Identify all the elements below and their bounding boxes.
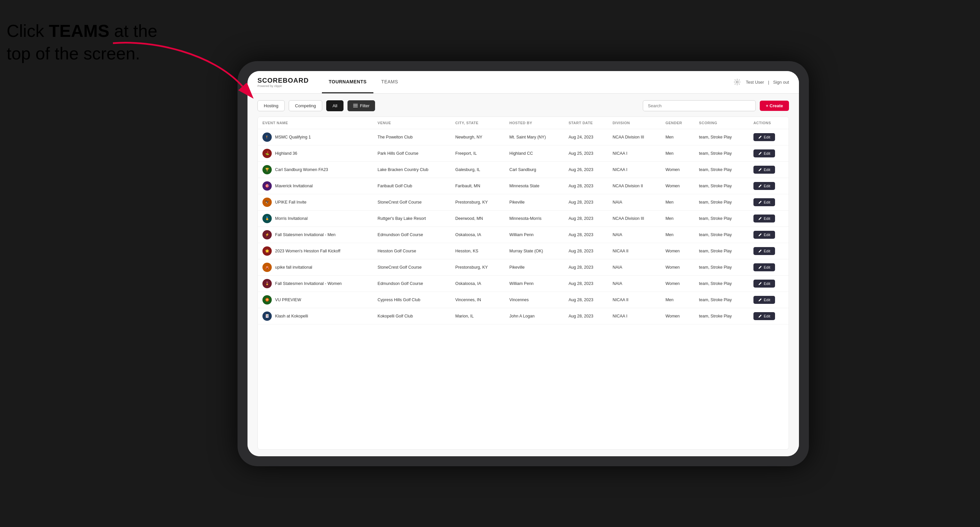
table-row: 🎯 Maverick Invitational Faribault Golf C… [258, 178, 789, 194]
col-event-name: EVENT NAME [258, 117, 373, 129]
team-logo: 🏌️ [262, 132, 272, 142]
competing-filter-btn[interactable]: Competing [289, 100, 322, 111]
edit-button[interactable]: Edit [753, 166, 775, 174]
venue-cell: StoneCrest Golf Course [373, 259, 451, 275]
team-logo: 🏅 [262, 214, 272, 223]
tab-teams[interactable]: TEAMS [375, 71, 405, 93]
filter-bar: Hosting Competing All Filter + Create [258, 100, 789, 111]
edit-button[interactable]: Edit [753, 198, 775, 206]
edit-button[interactable]: Edit [753, 247, 775, 255]
search-input[interactable] [643, 100, 756, 111]
edit-button[interactable]: Edit [753, 133, 775, 141]
col-city: CITY, STATE [450, 117, 504, 129]
start-date-cell: Aug 28, 2023 [564, 259, 608, 275]
scoring-cell: team, Stroke Play [694, 308, 749, 324]
start-date-cell: Aug 24, 2023 [564, 129, 608, 145]
hosted-by-cell: Murray State (OK) [504, 243, 564, 259]
city-cell: Galesburg, IL [450, 161, 504, 178]
col-gender: GENDER [661, 117, 694, 129]
event-name: MSMC Qualifying 1 [275, 135, 311, 140]
svg-rect-4 [353, 107, 358, 108]
table-row: 🦅 UPIKE Fall Invite StoneCrest Golf Cour… [258, 194, 789, 210]
gender-cell: Women [661, 243, 694, 259]
table-row: 🏆 Carl Sandburg Women FA23 Lake Bracken … [258, 161, 789, 178]
actions-cell: Edit [749, 227, 789, 243]
event-name: UPIKE Fall Invite [275, 200, 306, 205]
city-cell: Prestonsburg, KY [450, 194, 504, 210]
team-logo: 🌟 [262, 246, 272, 256]
city-cell: Hesston, KS [450, 243, 504, 259]
instruction-bold: TEAMS [49, 21, 109, 41]
venue-cell: Ruttger's Bay Lake Resort [373, 210, 451, 227]
city-cell: Prestonsburg, KY [450, 259, 504, 275]
gender-cell: Men [661, 129, 694, 145]
table-row: 🃏 Klash at Kokopelli Kokopelli Golf Club… [258, 308, 789, 324]
edit-button[interactable]: Edit [753, 279, 775, 287]
edit-button[interactable]: Edit [753, 182, 775, 190]
tablet-frame: SCOREBOARD Powered by clippit TOURNAMENT… [237, 61, 809, 466]
hosted-by-cell: Pikeville [504, 259, 564, 275]
gender-cell: Women [661, 178, 694, 194]
hosted-by-cell: Minnesota State [504, 178, 564, 194]
venue-cell: Kokopelli Golf Club [373, 308, 451, 324]
scoring-cell: team, Stroke Play [694, 210, 749, 227]
venue-cell: Cypress Hills Golf Club [373, 292, 451, 308]
event-name-cell: 🃏 Klash at Kokopelli [262, 311, 368, 321]
hosting-filter-btn[interactable]: Hosting [258, 100, 285, 111]
edit-button[interactable]: Edit [753, 149, 775, 157]
venue-cell: Edmundson Golf Course [373, 275, 451, 292]
venue-cell: StoneCrest Golf Course [373, 194, 451, 210]
event-name: Maverick Invitational [275, 184, 313, 188]
venue-cell: Hesston Golf Course [373, 243, 451, 259]
division-cell: NICAA II [608, 292, 661, 308]
create-btn[interactable]: + Create [760, 101, 789, 111]
settings-icon[interactable] [732, 77, 742, 87]
gender-cell: Men [661, 194, 694, 210]
event-name-cell: 🏌️ MSMC Qualifying 1 [262, 132, 368, 142]
start-date-cell: Aug 25, 2023 [564, 145, 608, 161]
table-row: 🏅 Morris Invitational Ruttger's Bay Lake… [258, 210, 789, 227]
edit-button[interactable]: Edit [753, 214, 775, 222]
actions-cell: Edit [749, 161, 789, 178]
hosted-by-cell: Vincennes [504, 292, 564, 308]
scoring-cell: team, Stroke Play [694, 292, 749, 308]
scoring-cell: team, Stroke Play [694, 129, 749, 145]
edit-button[interactable]: Edit [753, 264, 775, 271]
scoring-cell: team, Stroke Play [694, 161, 749, 178]
main-content: Hosting Competing All Filter + Create [248, 94, 799, 456]
gender-cell: Men [661, 210, 694, 227]
venue-cell: The Powelton Club [373, 129, 451, 145]
event-name: Highland 36 [275, 151, 298, 156]
sign-out-link[interactable]: Sign out [773, 80, 789, 85]
city-cell: Vincennes, IN [450, 292, 504, 308]
table-row: 🏵️ VU PREVIEW Cypress Hills Golf Club Vi… [258, 292, 789, 308]
col-venue: VENUE [373, 117, 451, 129]
all-filter-btn[interactable]: All [326, 100, 344, 111]
gender-cell: Men [661, 145, 694, 161]
edit-button[interactable]: Edit [753, 231, 775, 239]
scoring-cell: team, Stroke Play [694, 178, 749, 194]
venue-cell: Park Hills Golf Course [373, 145, 451, 161]
tab-tournaments[interactable]: TOURNAMENTS [322, 71, 373, 93]
filter-icon-btn[interactable]: Filter [347, 100, 375, 111]
division-cell: NAIA [608, 259, 661, 275]
start-date-cell: Aug 28, 2023 [564, 210, 608, 227]
hosted-by-cell: Mt. Saint Mary (NY) [504, 129, 564, 145]
division-cell: NAIA [608, 275, 661, 292]
venue-cell: Lake Bracken Country Club [373, 161, 451, 178]
edit-button[interactable]: Edit [753, 312, 775, 320]
start-date-cell: Aug 28, 2023 [564, 178, 608, 194]
event-name: Carl Sandburg Women FA23 [275, 167, 328, 172]
edit-button[interactable]: Edit [753, 296, 775, 304]
city-cell: Marion, IL [450, 308, 504, 324]
event-name-cell: 🎯 Maverick Invitational [262, 181, 368, 190]
table-header-row: EVENT NAME VENUE CITY, STATE HOSTED BY S… [258, 117, 789, 129]
start-date-cell: Aug 28, 2023 [564, 308, 608, 324]
col-actions: ACTIONS [749, 117, 789, 129]
user-name: Test User [746, 80, 764, 85]
hosted-by-cell: William Penn [504, 275, 564, 292]
team-logo: 🎖️ [262, 279, 272, 288]
start-date-cell: Aug 28, 2023 [564, 194, 608, 210]
logo-area: SCOREBOARD Powered by clippit [258, 77, 309, 88]
city-cell: Faribault, MN [450, 178, 504, 194]
